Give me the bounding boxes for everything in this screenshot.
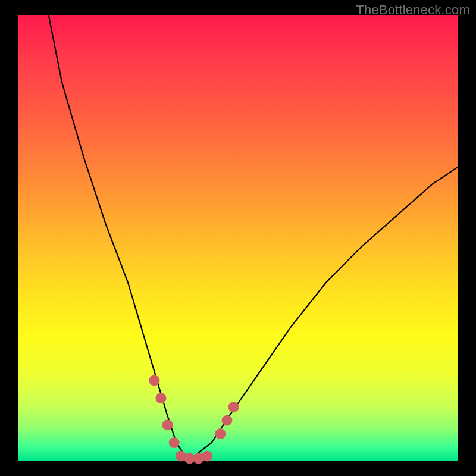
watermark-label: TheBottleneck.com [356, 2, 470, 18]
chart-plot-area [18, 15, 458, 461]
